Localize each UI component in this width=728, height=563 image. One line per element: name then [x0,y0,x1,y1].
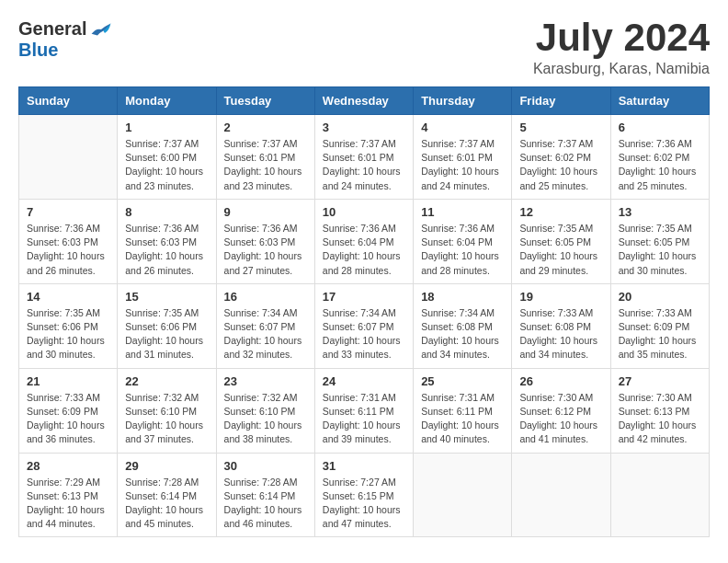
day-info: Sunrise: 7:33 AM Sunset: 6:09 PM Dayligh… [619,306,701,362]
day-header-tuesday: Tuesday [216,87,314,115]
day-number: 24 [323,374,405,388]
calendar-cell: 2Sunrise: 7:37 AM Sunset: 6:01 PM Daylig… [216,115,314,200]
calendar-cell: 16Sunrise: 7:34 AM Sunset: 6:07 PM Dayli… [216,283,314,368]
day-number: 28 [27,459,109,473]
calendar-table: SundayMondayTuesdayWednesdayThursdayFrid… [18,86,710,537]
day-number: 15 [125,290,208,304]
day-number: 19 [519,290,602,304]
day-number: 20 [619,290,701,304]
day-number: 7 [27,205,109,219]
day-number: 26 [519,374,602,388]
day-info: Sunrise: 7:36 AM Sunset: 6:03 PM Dayligh… [224,222,307,278]
calendar-cell [414,453,512,537]
day-number: 25 [421,374,504,388]
day-info: Sunrise: 7:27 AM Sunset: 6:15 PM Dayligh… [323,476,405,532]
day-number: 21 [27,374,109,388]
day-header-saturday: Saturday [610,87,709,115]
day-number: 11 [421,205,504,219]
day-number: 1 [125,121,208,134]
day-info: Sunrise: 7:36 AM Sunset: 6:04 PM Dayligh… [323,222,405,278]
day-info: Sunrise: 7:31 AM Sunset: 6:11 PM Dayligh… [323,391,405,447]
day-info: Sunrise: 7:35 AM Sunset: 6:05 PM Dayligh… [519,222,602,278]
calendar-cell: 8Sunrise: 7:36 AM Sunset: 6:03 PM Daylig… [118,199,216,283]
calendar-cell: 18Sunrise: 7:34 AM Sunset: 6:08 PM Dayli… [414,283,512,368]
calendar-cell: 23Sunrise: 7:32 AM Sunset: 6:10 PM Dayli… [216,368,314,453]
day-number: 30 [224,459,307,473]
day-info: Sunrise: 7:35 AM Sunset: 6:06 PM Dayligh… [125,306,208,362]
calendar-cell: 12Sunrise: 7:35 AM Sunset: 6:05 PM Dayli… [512,199,610,283]
calendar-cell: 30Sunrise: 7:28 AM Sunset: 6:14 PM Dayli… [216,453,314,537]
calendar-cell: 13Sunrise: 7:35 AM Sunset: 6:05 PM Dayli… [610,199,709,283]
calendar-cell: 26Sunrise: 7:30 AM Sunset: 6:12 PM Dayli… [512,368,610,453]
day-info: Sunrise: 7:37 AM Sunset: 6:00 PM Dayligh… [125,137,208,193]
day-info: Sunrise: 7:33 AM Sunset: 6:09 PM Dayligh… [27,391,109,447]
day-number: 29 [125,459,208,473]
calendar-cell [610,453,709,537]
calendar-cell: 1Sunrise: 7:37 AM Sunset: 6:00 PM Daylig… [118,115,216,200]
calendar-cell: 4Sunrise: 7:37 AM Sunset: 6:01 PM Daylig… [414,115,512,200]
calendar-cell: 27Sunrise: 7:30 AM Sunset: 6:13 PM Dayli… [610,368,709,453]
day-info: Sunrise: 7:34 AM Sunset: 6:07 PM Dayligh… [323,306,405,362]
day-number: 9 [224,205,307,219]
page-header: General Blue July 2024 Karasburg, Karas,… [18,18,710,77]
calendar-cell: 5Sunrise: 7:37 AM Sunset: 6:02 PM Daylig… [512,115,610,200]
day-info: Sunrise: 7:36 AM Sunset: 6:02 PM Dayligh… [619,137,701,193]
calendar-cell: 14Sunrise: 7:35 AM Sunset: 6:06 PM Dayli… [19,283,118,368]
day-info: Sunrise: 7:31 AM Sunset: 6:11 PM Dayligh… [421,391,504,447]
week-row-4: 21Sunrise: 7:33 AM Sunset: 6:09 PM Dayli… [19,368,710,453]
day-info: Sunrise: 7:29 AM Sunset: 6:13 PM Dayligh… [27,476,109,532]
calendar-cell: 17Sunrise: 7:34 AM Sunset: 6:07 PM Dayli… [314,283,413,368]
logo: General Blue [18,18,112,61]
calendar-cell: 10Sunrise: 7:36 AM Sunset: 6:04 PM Dayli… [314,199,413,283]
day-number: 27 [619,374,701,388]
location-text: Karasburg, Karas, Namibia [533,61,710,77]
calendar-cell: 22Sunrise: 7:32 AM Sunset: 6:10 PM Dayli… [118,368,216,453]
day-info: Sunrise: 7:35 AM Sunset: 6:06 PM Dayligh… [27,306,109,362]
calendar-cell [19,115,118,200]
calendar-cell: 6Sunrise: 7:36 AM Sunset: 6:02 PM Daylig… [610,115,709,200]
calendar-cell: 28Sunrise: 7:29 AM Sunset: 6:13 PM Dayli… [19,453,118,537]
calendar-cell: 20Sunrise: 7:33 AM Sunset: 6:09 PM Dayli… [610,283,709,368]
week-row-1: 1Sunrise: 7:37 AM Sunset: 6:00 PM Daylig… [19,115,710,200]
day-number: 10 [323,205,405,219]
day-info: Sunrise: 7:34 AM Sunset: 6:07 PM Dayligh… [224,306,307,362]
logo-general-text: General [18,18,86,40]
day-info: Sunrise: 7:36 AM Sunset: 6:03 PM Dayligh… [125,222,208,278]
day-number: 31 [323,459,405,473]
calendar-cell: 7Sunrise: 7:36 AM Sunset: 6:03 PM Daylig… [19,199,118,283]
calendar-cell: 29Sunrise: 7:28 AM Sunset: 6:14 PM Dayli… [118,453,216,537]
day-info: Sunrise: 7:28 AM Sunset: 6:14 PM Dayligh… [125,476,208,532]
title-section: July 2024 Karasburg, Karas, Namibia [533,18,710,77]
day-number: 12 [519,205,602,219]
day-number: 22 [125,374,208,388]
calendar-cell: 31Sunrise: 7:27 AM Sunset: 6:15 PM Dayli… [314,453,413,537]
day-info: Sunrise: 7:30 AM Sunset: 6:12 PM Dayligh… [519,391,602,447]
day-number: 17 [323,290,405,304]
day-info: Sunrise: 7:37 AM Sunset: 6:01 PM Dayligh… [421,137,504,193]
day-number: 23 [224,374,307,388]
day-number: 2 [224,121,307,134]
calendar-cell: 19Sunrise: 7:33 AM Sunset: 6:08 PM Dayli… [512,283,610,368]
month-title: July 2024 [533,18,710,57]
day-info: Sunrise: 7:37 AM Sunset: 6:01 PM Dayligh… [224,137,307,193]
day-number: 8 [125,205,208,219]
calendar-cell: 24Sunrise: 7:31 AM Sunset: 6:11 PM Dayli… [314,368,413,453]
day-info: Sunrise: 7:32 AM Sunset: 6:10 PM Dayligh… [125,391,208,447]
calendar-cell: 3Sunrise: 7:37 AM Sunset: 6:01 PM Daylig… [314,115,413,200]
day-number: 6 [619,121,701,134]
day-header-monday: Monday [118,87,216,115]
day-number: 4 [421,121,504,134]
day-number: 16 [224,290,307,304]
day-info: Sunrise: 7:36 AM Sunset: 6:03 PM Dayligh… [27,222,109,278]
day-number: 3 [323,121,405,134]
days-header-row: SundayMondayTuesdayWednesdayThursdayFrid… [19,87,710,115]
day-info: Sunrise: 7:28 AM Sunset: 6:14 PM Dayligh… [224,476,307,532]
day-number: 18 [421,290,504,304]
day-header-sunday: Sunday [19,87,118,115]
calendar-cell [512,453,610,537]
day-number: 13 [619,205,701,219]
calendar-cell: 11Sunrise: 7:36 AM Sunset: 6:04 PM Dayli… [414,199,512,283]
day-info: Sunrise: 7:35 AM Sunset: 6:05 PM Dayligh… [619,222,701,278]
day-header-friday: Friday [512,87,610,115]
day-number: 5 [519,121,602,134]
